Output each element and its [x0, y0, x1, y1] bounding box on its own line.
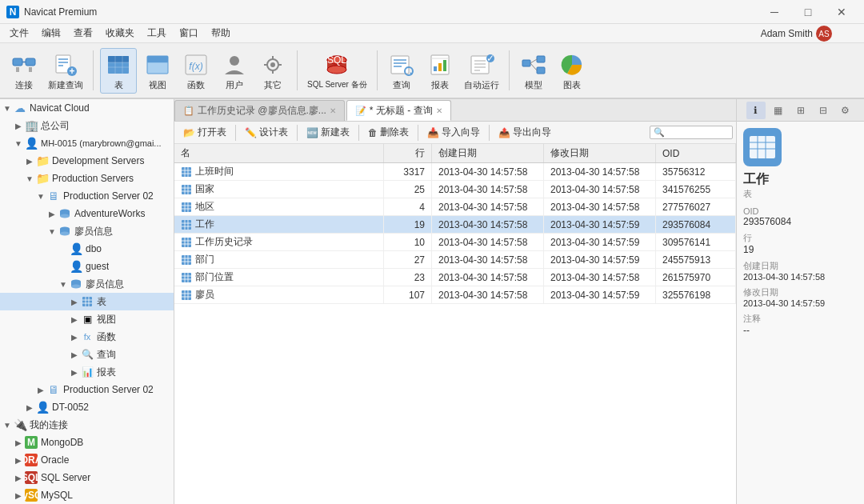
table-row[interactable]: 工作192013-04-30 14:57:582013-04-30 14:57:… — [174, 216, 736, 234]
table-row[interactable]: 上班时间33172013-04-30 14:57:582013-04-30 14… — [174, 163, 736, 181]
tree-adventureworks[interactable]: ▶ AdventureWorks — [0, 205, 174, 222]
left-panel: ▼ ☁ Navicat Cloud ▶ 🏢 总公司 ▼ 👤 MH-0015 (m… — [0, 99, 174, 504]
cell-rows: 27 — [384, 251, 432, 269]
tab-query[interactable]: 📝 * 无标题 - 查询 ✕ — [346, 100, 451, 121]
maximize-button[interactable]: □ — [792, 4, 824, 20]
toolbar-autorun[interactable]: ✓ 自动运行 — [461, 49, 502, 93]
search-input[interactable] — [665, 128, 729, 138]
tree-mongodb[interactable]: ▶ M MongoDB — [0, 434, 174, 451]
toolbar-user[interactable]: 用户 — [217, 49, 252, 93]
tree-prod-server-02b[interactable]: ▶ 🖥 Production Server 02 — [0, 381, 174, 398]
mysql-icon: MySQL — [24, 488, 38, 502]
adventureworks-label: AdventureWorks — [74, 208, 145, 219]
toolbar-table[interactable]: 表 — [100, 48, 137, 94]
info-icon-box — [743, 128, 782, 166]
toolbar-sqlserver-backup[interactable]: SQL SQL Server 备份 — [304, 49, 370, 92]
table-row[interactable]: 地区42013-04-30 14:57:582013-04-30 14:57:5… — [174, 198, 736, 216]
toolbar-chart[interactable]: 图表 — [554, 49, 590, 93]
toolbar-model[interactable]: 模型 — [516, 49, 551, 93]
svg-rect-45 — [438, 63, 442, 71]
db-icon — [58, 206, 72, 221]
modified-value: 2013-04-30 14:57:59 — [743, 298, 858, 308]
tree-oracle[interactable]: ▶ ORA Oracle — [0, 451, 174, 469]
svg-rect-2 — [13, 58, 22, 66]
view2-tab[interactable]: ⊞ — [791, 102, 810, 119]
expand-arrow: ▶ — [69, 315, 80, 324]
toolbar-other[interactable]: 其它 — [255, 49, 290, 93]
sqlserver-backup-label: SQL Server 备份 — [307, 79, 367, 90]
tree-report[interactable]: ▶ 📊 报表 — [0, 363, 174, 381]
svg-text:SQL: SQL — [25, 472, 38, 483]
col-name: 名 — [174, 144, 384, 163]
tree-prod-server-02[interactable]: ▼ 🖥 Production Server 02 — [0, 187, 174, 205]
tab-history-close[interactable]: ✕ — [330, 106, 336, 115]
toolbar-sep-2 — [297, 50, 298, 90]
tree-sqlserver[interactable]: ▶ SQL SQL Server — [0, 469, 174, 486]
delete-table-button[interactable]: 🗑 删除表 — [362, 123, 414, 142]
tree-view[interactable]: ▶ ▣ 视图 — [0, 310, 174, 328]
cell-modified: 2013-04-30 14:57:58 — [544, 163, 656, 181]
tree-dt0052[interactable]: ▶ 👤 DT-0052 — [0, 398, 174, 416]
close-button[interactable]: ✕ — [826, 4, 858, 20]
tree-table[interactable]: ▶ 表 — [0, 293, 174, 310]
tree-guest[interactable]: 👤 guest — [0, 258, 174, 275]
tree-prod-servers[interactable]: ▼ 📁 Production Servers — [0, 170, 174, 187]
tree-my-connections[interactable]: ▼ 🔌 我的连接 — [0, 416, 174, 434]
toolbar-new-query[interactable]: + 新建查询 — [45, 49, 86, 93]
table-row[interactable]: 廖员1072013-04-30 14:57:582013-04-30 14:57… — [174, 286, 736, 304]
action-sep-3 — [358, 125, 359, 141]
tree-function[interactable]: ▶ fx 函数 — [0, 328, 174, 346]
tree-dev-servers[interactable]: ▶ 📁 Development Servers — [0, 152, 174, 170]
toolbar-report[interactable]: 报表 — [422, 49, 458, 93]
table-row[interactable]: 部门位置232013-04-30 14:57:582013-04-30 14:5… — [174, 269, 736, 286]
action-sep-1 — [235, 125, 236, 141]
col-modified: 修改日期 — [544, 144, 656, 163]
menu-window[interactable]: 窗口 — [173, 25, 205, 42]
view3-tab[interactable]: ⊟ — [814, 102, 833, 119]
menu-view[interactable]: 查看 — [67, 25, 99, 42]
export-wizard-button[interactable]: 📤 导出向导 — [493, 123, 557, 142]
modified-label: 修改日期 — [743, 286, 858, 298]
toolbar-function[interactable]: f(x) 函数 — [178, 49, 214, 93]
settings-tab[interactable]: ⚙ — [836, 102, 855, 119]
table-row[interactable]: 国家252013-04-30 14:57:582013-04-30 14:57:… — [174, 181, 736, 198]
cell-created: 2013-04-30 14:57:58 — [432, 163, 544, 181]
open-table-button[interactable]: 📂 打开表 — [178, 123, 232, 142]
table-row[interactable]: 工作历史记录102013-04-30 14:57:582013-04-30 14… — [174, 234, 736, 251]
col-rows: 行 — [384, 144, 432, 163]
info-comment-section: 注释 -- — [743, 313, 858, 336]
toolbar-query[interactable]: 查询 — [384, 49, 419, 93]
tree-mysql[interactable]: ▶ MySQL MySQL — [0, 486, 174, 504]
cell-oid: 277576027 — [656, 198, 736, 216]
model-icon — [519, 50, 548, 79]
tree-query[interactable]: ▶ 🔍 查询 — [0, 346, 174, 363]
rows-label: 行 — [743, 232, 858, 244]
info-tab[interactable]: ℹ — [746, 102, 766, 119]
cell-name: 地区 — [174, 198, 384, 216]
expand-arrow: ▶ — [13, 438, 24, 447]
menu-help[interactable]: 帮助 — [205, 25, 237, 42]
menu-file[interactable]: 文件 — [3, 25, 35, 42]
tree-company[interactable]: ▶ 🏢 总公司 — [0, 117, 174, 134]
tree-liaoyuan-info[interactable]: ▼ 廖员信息 — [0, 222, 174, 240]
toolbar-connect[interactable]: 连接 — [6, 49, 42, 93]
tree-mh0015[interactable]: ▼ 👤 MH-0015 (marybrown@gmai... — [0, 134, 174, 152]
menu-edit[interactable]: 编辑 — [35, 25, 67, 42]
tree-dbo[interactable]: 👤 dbo — [0, 240, 174, 258]
toolbar-view[interactable]: 视图 — [140, 49, 175, 93]
cell-oid: 245575913 — [656, 251, 736, 269]
cell-created: 2013-04-30 14:57:58 — [432, 234, 544, 251]
table-row[interactable]: 部门272013-04-30 14:57:582013-04-30 14:57:… — [174, 251, 736, 269]
window-controls[interactable]: ─ □ ✕ — [758, 4, 858, 20]
menu-favorites[interactable]: 收藏夹 — [99, 25, 141, 42]
import-wizard-button[interactable]: 📥 导入向导 — [422, 123, 486, 142]
tab-query-close[interactable]: ✕ — [436, 106, 442, 115]
tree-navicat-cloud[interactable]: ▼ ☁ Navicat Cloud — [0, 99, 174, 117]
view1-tab[interactable]: ▦ — [769, 102, 788, 119]
minimize-button[interactable]: ─ — [758, 4, 790, 20]
tab-history[interactable]: 📋 工作历史记录 @廖员信息.廖... ✕ — [174, 100, 345, 121]
design-table-button[interactable]: ✏️ 设计表 — [239, 123, 294, 142]
menu-tools[interactable]: 工具 — [141, 25, 173, 42]
new-table-button[interactable]: 🆕 新建表 — [301, 123, 355, 142]
tree-liaoyuan-info2[interactable]: ▼ 廖员信息 — [0, 275, 174, 293]
